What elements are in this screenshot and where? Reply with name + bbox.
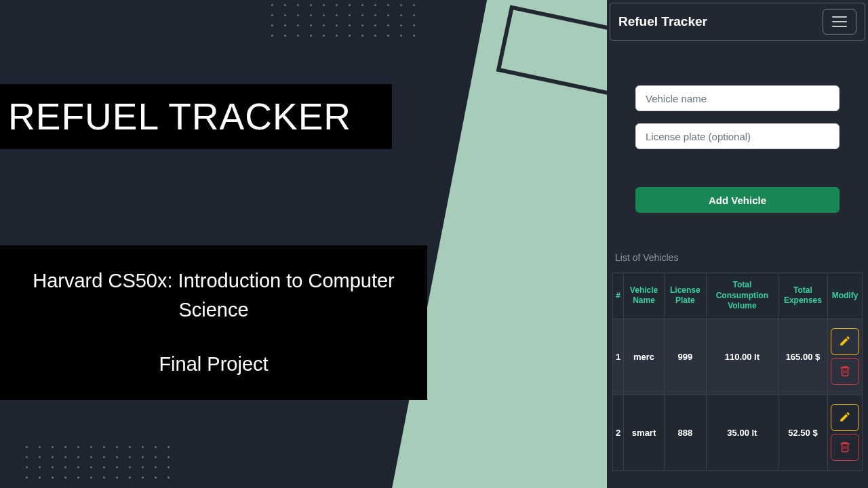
cell-modify [827,394,862,470]
slide-title: REFUEL TRACKER [8,95,351,138]
col-idx: # [613,273,624,319]
cell-name: smart [624,394,665,470]
decorative-dots-bottom [26,446,170,479]
add-vehicle-button[interactable]: Add Vehicle [635,187,840,213]
col-volume: Total Consumption Volume [706,273,778,319]
slide-title-box: REFUEL TRACKER [0,84,392,149]
slide-subtitle-box: Harvard CS50x: Introduction to Computer … [0,245,427,400]
license-plate-input[interactable] [635,123,840,149]
cell-volume: 110.00 lt [706,319,778,394]
hamburger-menu-button[interactable] [823,9,856,35]
slide-subtitle-final: Final Project [159,350,268,380]
col-modify: Modify [827,273,862,319]
cell-volume: 35.00 lt [706,394,778,470]
vehicle-name-input[interactable] [635,85,840,111]
table-row: 1 merc 999 110.00 lt 165.00 $ [613,319,863,394]
cell-expenses: 165.00 $ [778,319,827,394]
cell-name: merc [624,319,665,394]
trash-icon [839,441,851,455]
app-panel: Refuel Tracker Add Vehicle List of Vehic… [607,0,868,488]
table-header-row: # Vehicle Name License Plate Total Consu… [613,273,863,319]
col-plate: License Plate [664,273,706,319]
delete-vehicle-button[interactable] [831,434,859,461]
cell-idx: 1 [613,319,624,394]
cell-expenses: 52.50 $ [778,394,827,470]
vehicles-list-label: List of Vehicles [607,252,868,263]
table-row: 2 smart 888 35.00 lt 52.50 $ [613,394,863,470]
pencil-icon [839,411,851,425]
vehicles-table: # Vehicle Name License Plate Total Consu… [612,272,863,471]
edit-vehicle-button[interactable] [831,328,859,355]
navbar: Refuel Tracker [610,3,865,41]
navbar-brand[interactable]: Refuel Tracker [618,14,707,29]
decorative-dots-top [271,4,415,37]
presentation-slide: REFUEL TRACKER Harvard CS50x: Introducti… [0,0,607,488]
delete-vehicle-button[interactable] [831,358,859,385]
cell-plate: 888 [664,394,706,470]
col-name: Vehicle Name [624,273,665,319]
slide-subtitle-course: Harvard CS50x: Introduction to Computer … [19,266,408,325]
pencil-icon [839,335,851,349]
add-vehicle-form: Add Vehicle [607,85,868,213]
trash-icon [839,365,851,379]
col-expenses: Total Expenses [778,273,827,319]
cell-idx: 2 [613,394,624,470]
cell-plate: 999 [664,319,706,394]
cell-modify [827,319,862,394]
edit-vehicle-button[interactable] [831,404,859,431]
